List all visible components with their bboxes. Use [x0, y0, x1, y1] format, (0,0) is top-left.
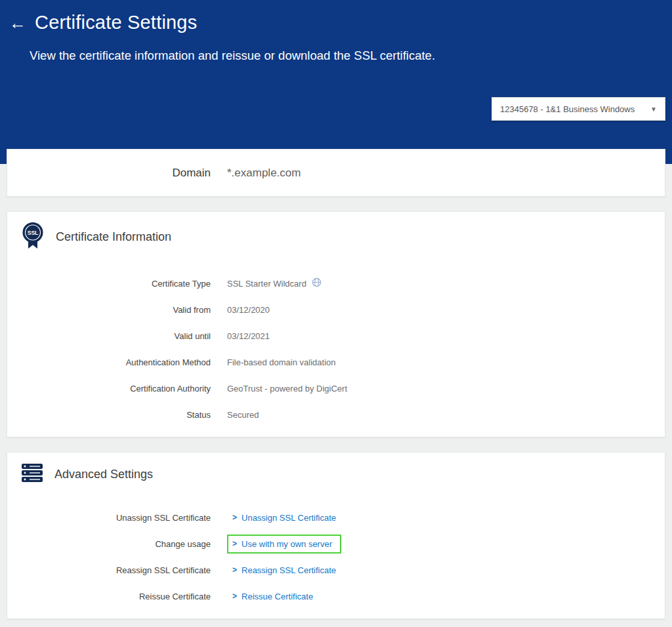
ssl-badge-icon: SSL [20, 222, 45, 252]
page-subtitle: View the certificate information and rei… [30, 47, 453, 65]
chevron-right-icon: > [232, 592, 237, 601]
auth-method-label: Authentication Method [7, 357, 211, 367]
advanced-settings-card: Advanced Settings Unassign SSL Certifica… [7, 452, 665, 619]
certificate-information-title: Certificate Information [56, 230, 171, 244]
reassign-link-label: Reassign SSL Certificate [242, 565, 336, 575]
cert-row-auth-method: Authentication Method File-based domain … [7, 349, 665, 375]
use-own-server-link[interactable]: > Use with my own server [232, 539, 332, 549]
unassign-link-label: Unassign SSL Certificate [242, 513, 336, 523]
valid-from-value: 03/12/2020 [227, 305, 665, 315]
page-header: ← Certificate Settings View the certific… [0, 0, 672, 164]
action-row-change-usage: Change usage > Use with my own server [7, 531, 665, 557]
cert-type-value: SSL Starter Wildcard [227, 279, 306, 289]
wildcard-globe-icon[interactable] [312, 277, 322, 289]
cert-row-status: Status Secured [7, 401, 665, 428]
server-stack-icon [20, 462, 44, 486]
cert-row-type: Certificate Type SSL Starter Wildcard [7, 270, 665, 296]
action-row-reassign: Reassign SSL Certificate > Reassign SSL … [7, 557, 665, 583]
domain-value: *.example.com [227, 167, 665, 180]
reissue-certificate-link[interactable]: > Reissue Certificate [232, 592, 313, 601]
chevron-right-icon: > [232, 513, 237, 522]
contract-selector-dropdown[interactable]: 12345678 - 1&1 Business Windows ▼ [492, 97, 665, 121]
certificate-information-card: SSL Certificate Information Certificate … [7, 211, 665, 437]
chevron-down-icon: ▼ [644, 106, 657, 113]
cert-type-label: Certificate Type [7, 279, 211, 289]
action-row-unassign: Unassign SSL Certificate > Unassign SSL … [7, 504, 665, 531]
chevron-right-icon: > [232, 565, 237, 575]
advanced-settings-title: Advanced Settings [54, 468, 153, 481]
reissue-label: Reissue Certificate [7, 592, 211, 601]
authority-value: GeoTrust - powered by DigiCert [227, 384, 665, 394]
use-own-server-link-label: Use with my own server [242, 539, 332, 549]
valid-until-label: Valid until [7, 331, 211, 341]
highlight-box: > Use with my own server [227, 535, 341, 554]
domain-label: Domain [7, 167, 211, 180]
reassign-ssl-link[interactable]: > Reassign SSL Certificate [232, 565, 336, 575]
action-row-reissue: Reissue Certificate > Reissue Certificat… [7, 583, 665, 609]
valid-from-label: Valid from [7, 305, 211, 315]
chevron-right-icon: > [232, 539, 237, 548]
back-arrow-icon[interactable]: ← [9, 14, 25, 31]
reassign-link-wrap: > Reassign SSL Certificate [227, 561, 345, 580]
svg-text:SSL: SSL [28, 230, 39, 236]
unassign-label: Unassign SSL Certificate [7, 513, 211, 523]
cert-row-valid-from: Valid from 03/12/2020 [7, 296, 665, 323]
status-value: Secured [227, 410, 665, 420]
cert-row-valid-until: Valid until 03/12/2021 [7, 323, 665, 349]
page-title: Certificate Settings [35, 12, 197, 33]
authority-label: Certification Authority [7, 384, 211, 394]
unassign-link-wrap: > Unassign SSL Certificate [227, 508, 345, 527]
reissue-link-label: Reissue Certificate [242, 592, 313, 601]
contract-selector-value: 12345678 - 1&1 Business Windows [500, 104, 635, 114]
domain-card: Domain *.example.com [7, 149, 665, 197]
valid-until-value: 03/12/2021 [227, 331, 665, 341]
reissue-link-wrap: > Reissue Certificate [227, 587, 322, 606]
change-usage-label: Change usage [7, 539, 211, 549]
auth-method-value: File-based domain validation [227, 357, 665, 367]
cert-row-authority: Certification Authority GeoTrust - power… [7, 375, 665, 401]
status-label: Status [7, 410, 211, 420]
unassign-ssl-link[interactable]: > Unassign SSL Certificate [232, 513, 336, 523]
reassign-label: Reassign SSL Certificate [7, 565, 211, 575]
